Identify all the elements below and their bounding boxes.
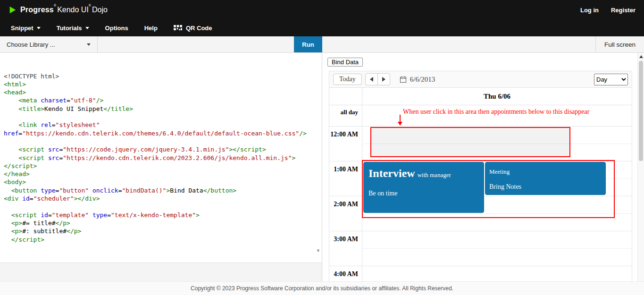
nav-tutorials-label: Tutorials [57, 25, 82, 32]
code-editor[interactable]: <!DOCTYPE html><html><head> <meta charse… [0, 53, 322, 262]
auth-links: Log in Register [580, 7, 636, 14]
calendar-icon [400, 76, 407, 83]
date-picker-button[interactable]: 6/6/2013 [400, 76, 435, 84]
fullscreen-button[interactable]: Full screen [595, 36, 644, 52]
annotation-text: When user click in this area then appoin… [403, 108, 589, 116]
time-label: 4:00 AM [329, 266, 362, 281]
scheduler-content: 12:00 AM 1:00 AM 2:00 AM 3:00 AM 4:00 AM [329, 126, 632, 281]
copyright-text: Copyright © 2023 Progress Software Corpo… [191, 285, 453, 292]
preview-scrollbar [637, 53, 644, 281]
nav-help[interactable]: Help [136, 20, 166, 36]
arrow-left-icon [370, 77, 373, 82]
next-day-button[interactable] [377, 73, 390, 85]
register-link[interactable]: Register [611, 7, 636, 14]
view-select[interactable]: Day [594, 74, 628, 85]
all-day-label: all day [329, 105, 362, 126]
nav-tutorials[interactable]: Tutorials [49, 20, 97, 36]
chevron-down-icon [37, 27, 41, 29]
nav-snippet-label: Snippet [11, 25, 33, 32]
annotation-arrow-icon [400, 115, 401, 122]
scheduler-nav [365, 73, 390, 85]
time-label: 2:00 AM [329, 196, 362, 231]
time-label: 3:00 AM [329, 231, 362, 266]
run-button[interactable]: Run [294, 36, 322, 52]
preview-pane: Bind Data Today 6/6/2013 [322, 53, 644, 281]
annotation-arrowhead-icon [398, 122, 402, 126]
scheduler-toolbar: Today 6/6/2013 Day [329, 71, 632, 88]
login-link[interactable]: Log in [580, 7, 599, 14]
chevron-down-icon [87, 43, 91, 46]
today-button[interactable]: Today [333, 74, 362, 85]
top-header: Progress®Kendo UI®Dojo Log in Register [0, 0, 644, 20]
scheduler-corner-cell [329, 88, 362, 105]
prev-day-button[interactable] [365, 73, 378, 85]
all-day-cell[interactable]: When user click in this area then appoin… [362, 105, 632, 126]
dojo-toolbar: Choose Library ... Run Full screen [0, 36, 644, 53]
qr-code-icon [174, 25, 183, 32]
annotation-rectangle-empty-slot [370, 127, 570, 157]
scheduler-widget: Today 6/6/2013 Day [329, 71, 632, 281]
annotation-rectangle-events [362, 160, 615, 218]
nav-qr-code[interactable]: QR Code [166, 20, 220, 36]
scrollbar-thumb[interactable] [639, 61, 643, 161]
scheduler-day-header-row: Thu 6/06 [329, 88, 632, 105]
triangle-up-icon [639, 55, 643, 58]
events-layer: Interviewwith manager Be on time Meeting… [362, 126, 632, 281]
nav-qr-label: QR Code [186, 25, 212, 32]
day-header: Thu 6/06 [362, 88, 632, 105]
chevron-down-icon [85, 27, 89, 29]
arrow-right-icon [382, 77, 385, 82]
nav-snippet[interactable]: Snippet [3, 20, 49, 36]
library-select[interactable]: Choose Library ... [0, 36, 98, 52]
nav-help-label: Help [144, 25, 158, 32]
all-day-row: all day When user click in this area the… [329, 105, 632, 126]
scrollbar-up-icon[interactable] [638, 53, 644, 60]
progress-logo-icon [8, 6, 17, 14]
code-lines: <!DOCTYPE html><html><head> <meta charse… [4, 72, 320, 262]
current-date-label: 6/6/2013 [410, 76, 435, 84]
code-editor-pane: <!DOCTYPE html><html><head> <meta charse… [0, 53, 322, 281]
main-area: <!DOCTYPE html><html><head> <meta charse… [0, 53, 644, 281]
progress-logo[interactable]: Progress®Kendo UI®Dojo [8, 6, 108, 14]
brand-text: Progress®Kendo UI®Dojo [20, 6, 108, 14]
editor-bottom-filler [0, 262, 322, 281]
time-label: 1:00 AM [329, 161, 362, 196]
scrollbar-down-icon[interactable]: ▼ [316, 248, 320, 253]
time-label: 12:00 AM [329, 126, 362, 161]
nav-options[interactable]: Options [97, 20, 136, 36]
nav-options-label: Options [105, 25, 128, 32]
library-select-value: Choose Library ... [7, 41, 55, 48]
page-footer: Copyright © 2023 Progress Software Corpo… [0, 281, 644, 295]
bind-data-button[interactable]: Bind Data [327, 58, 363, 67]
main-nav: Snippet Tutorials Options Help QR Code [0, 20, 644, 36]
